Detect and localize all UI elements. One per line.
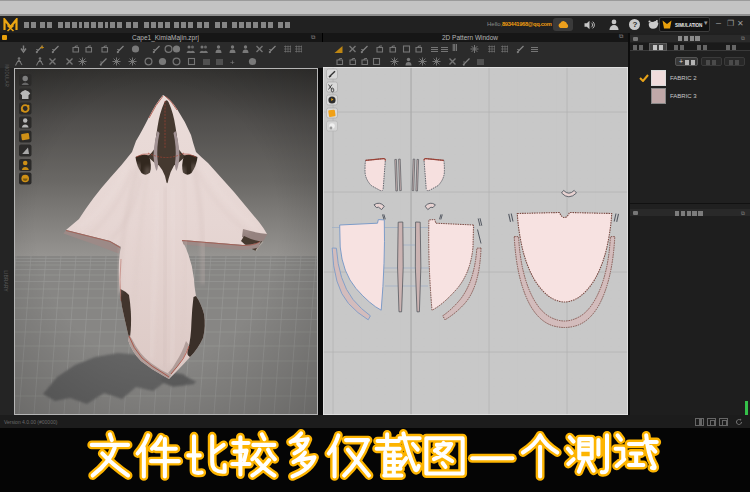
svg-text:+: + [230,58,235,67]
svg-text:+: + [40,44,44,51]
svg-text:Ⅲ: Ⅲ [452,44,458,53]
